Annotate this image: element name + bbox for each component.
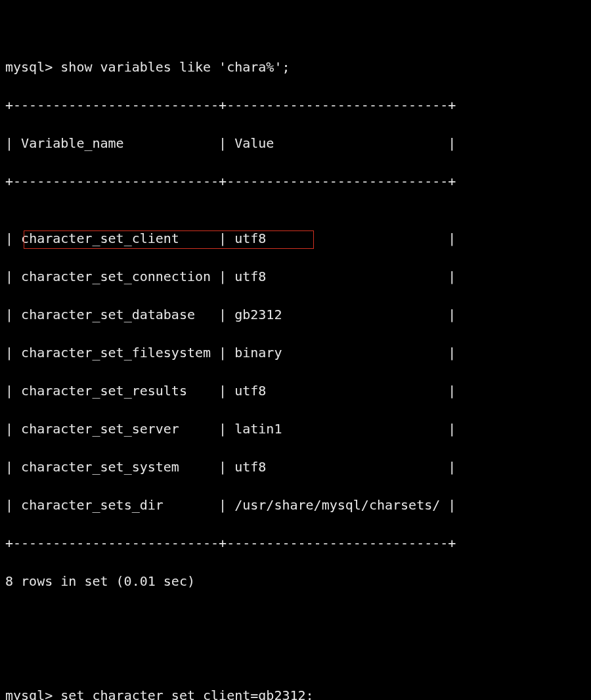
result-summary: 8 rows in set (0.01 sec): [5, 572, 586, 591]
col-header-variable-name: Variable_name: [21, 134, 211, 153]
col-header-value: Value: [234, 134, 440, 153]
var-name: character_sets_dir: [21, 496, 211, 515]
table-row: | character_set_client | utf8 |: [5, 229, 586, 248]
var-value: utf8: [234, 267, 440, 286]
prompt-line[interactable]: mysql> show variables like 'chara%';: [5, 58, 586, 77]
table-row: | character_sets_dir | /usr/share/mysql/…: [5, 496, 586, 515]
table-row: | character_set_system | utf8 |: [5, 458, 586, 477]
table-row: | character_set_database | gb2312 |: [5, 305, 586, 324]
mysql-prompt: mysql>: [5, 688, 53, 700]
table-sep: +--------------------------+------------…: [5, 172, 586, 191]
var-name: character_set_results: [21, 382, 211, 401]
var-value: gb2312: [234, 305, 440, 324]
terminal-output: mysql> show variables like 'chara%'; +--…: [0, 0, 591, 700]
table-sep: +--------------------------+------------…: [5, 534, 586, 553]
table-sep: +--------------------------+------------…: [5, 96, 586, 115]
var-value: utf8: [234, 382, 440, 401]
blank-line: [5, 610, 586, 629]
table-row: | character_set_connection | utf8 |: [5, 267, 586, 286]
command-show-variables: show variables like 'chara%';: [60, 59, 290, 75]
command-set-charset: set character_set_client=gb2312;: [60, 688, 313, 700]
var-name: character_set_filesystem: [21, 343, 211, 362]
var-name: character_set_server: [21, 420, 211, 439]
mysql-prompt: mysql>: [5, 59, 53, 75]
var-value: /usr/share/mysql/charsets/: [234, 496, 440, 515]
var-value: utf8: [234, 229, 440, 248]
var-name: character_set_database: [21, 305, 211, 324]
prompt-line[interactable]: mysql> set character_set_client=gb2312;: [5, 686, 586, 700]
var-name: character_set_client: [21, 229, 211, 248]
table-row: | character_set_results | utf8 |: [5, 382, 586, 401]
var-value: utf8: [234, 458, 440, 477]
table-row: | character_set_filesystem | binary |: [5, 343, 586, 362]
table-row: | character_set_server | latin1 |: [5, 420, 586, 439]
var-value: latin1: [234, 420, 440, 439]
var-name: character_set_system: [21, 458, 211, 477]
var-name: character_set_connection: [21, 267, 211, 286]
table-header: | Variable_name | Value |: [5, 134, 586, 153]
var-value: binary: [234, 343, 440, 362]
